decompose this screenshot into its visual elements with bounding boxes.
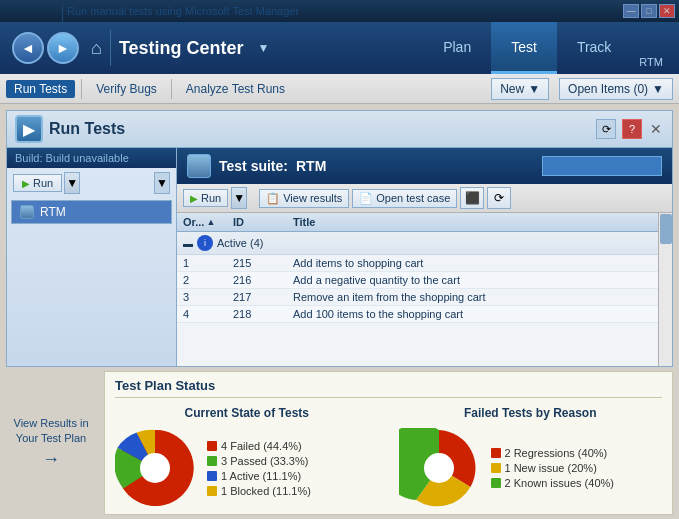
build-label: Build: Build unavailable — [7, 148, 176, 168]
toolbar-sep-1 — [81, 79, 82, 99]
group-collapse-icon[interactable]: ▬ — [183, 238, 193, 249]
open-test-case-button[interactable]: 📄 Open test case — [352, 189, 457, 208]
panel-header: ▶ Run Tests ⟳ ? ✕ — [7, 111, 672, 148]
minimize-button[interactable]: — — [623, 4, 639, 18]
home-button[interactable]: ⌂ — [83, 22, 110, 74]
failed-reasons-pie — [399, 428, 479, 508]
blocked-dot — [207, 486, 217, 496]
new-button[interactable]: New ▼ — [491, 78, 549, 100]
svg-point-2 — [424, 453, 454, 483]
stop-button[interactable]: ⬛ — [460, 187, 484, 209]
panel-body: Build: Build unavailable ▶ Run ▼ ▼ RTM — [7, 148, 672, 366]
table-header: Or... ▲ ID Title — [177, 213, 658, 232]
new-issue-dot — [491, 463, 501, 473]
tab-test[interactable]: Test — [491, 22, 557, 74]
legend-item-active: 1 Active (11.1%) — [207, 470, 311, 482]
current-state-legend: 4 Failed (44.4%) 3 Passed (33.3%) 1 Acti… — [207, 440, 311, 497]
panel-refresh-icon[interactable]: ⟳ — [596, 119, 616, 139]
new-dropdown-arrow: ▼ — [528, 82, 540, 96]
nav-back-buttons: ◄ ► — [8, 22, 83, 74]
svg-point-1 — [140, 453, 170, 483]
test-table: Or... ▲ ID Title — [177, 213, 658, 366]
sort-asc-icon: ▲ — [206, 217, 215, 227]
failed-tests-chart: Failed Tests by Reason — [399, 406, 663, 508]
main-toolbar: Run Tests Verify Bugs Analyze Test Runs … — [0, 74, 679, 104]
nav-bar: ◄ ► ⌂ Testing Center ▼ Plan Test Track R… — [0, 22, 679, 74]
legend-item-passed: 3 Passed (33.3%) — [207, 455, 311, 467]
sidebar-item-rtm[interactable]: RTM — [11, 200, 172, 224]
legend-item-failed: 4 Failed (44.4%) — [207, 440, 311, 452]
table-row[interactable]: 3 217 Remove an item from the shopping c… — [177, 289, 658, 306]
toolbar-sep-2 — [171, 79, 172, 99]
arrow-icon: → — [42, 449, 60, 470]
active-icon: i — [197, 235, 213, 251]
run-dropdown-arrow[interactable]: ▼ — [231, 187, 247, 209]
failed-dot — [207, 441, 217, 451]
test-run-button[interactable]: ▶ Run — [183, 189, 228, 207]
bottom-annotation: View Results in Your Test Plan → — [6, 371, 96, 515]
view-results-button[interactable]: 📋 View results — [259, 189, 349, 208]
annotation-line — [62, 17, 63, 29]
legend-item-blocked: 1 Blocked (11.1%) — [207, 485, 311, 497]
rtm-icon — [20, 205, 34, 219]
legend-item-new-issue: 1 New issue (20%) — [491, 462, 614, 474]
close-button[interactable]: ✕ — [659, 4, 675, 18]
legend-item-regressions: 2 Regressions (40%) — [491, 447, 614, 459]
view-results-icon: 📋 — [266, 192, 280, 205]
scrollbar-thumb[interactable] — [660, 214, 672, 244]
title-bar-buttons: — □ ✕ — [623, 4, 675, 18]
open-items-dropdown-arrow: ▼ — [652, 82, 664, 96]
run-toolbar: ▶ Run ▼ ▼ — [7, 168, 176, 198]
table-row[interactable]: 1 215 Add items to shopping cart — [177, 255, 658, 272]
forward-button[interactable]: ► — [47, 32, 79, 64]
regressions-dot — [491, 448, 501, 458]
left-sidebar: Build: Build unavailable ▶ Run ▼ ▼ RTM — [7, 148, 177, 366]
right-content: Test suite: RTM ▶ Run ▼ 📋 — [177, 148, 672, 366]
current-state-content: 4 Failed (44.4%) 3 Passed (33.3%) 1 Acti… — [115, 428, 379, 508]
run-dropdown-button[interactable]: ▼ — [64, 172, 80, 194]
run-tests-tab[interactable]: Run Tests — [6, 80, 75, 98]
panel-icon: ▶ — [15, 115, 43, 143]
run-tests-panel: ▶ Run Tests ⟳ ? ✕ Build: Build unavailab… — [6, 110, 673, 367]
failed-tests-content: 2 Regressions (40%) 1 New issue (20%) 2 … — [399, 428, 663, 508]
tab-track[interactable]: Track — [557, 22, 631, 74]
verify-bugs-tab[interactable]: Verify Bugs — [88, 80, 165, 98]
suite-icon — [187, 154, 211, 178]
sidebar-dropdown-button[interactable]: ▼ — [154, 172, 170, 194]
current-state-pie — [115, 428, 195, 508]
analyze-test-runs-tab[interactable]: Analyze Test Runs — [178, 80, 293, 98]
panel-x-button[interactable]: ✕ — [648, 121, 664, 137]
panel-close-icon[interactable]: ? — [622, 119, 642, 139]
back-button[interactable]: ◄ — [12, 32, 44, 64]
run-button[interactable]: ▶ Run — [13, 174, 62, 192]
test-plan-status-title: Test Plan Status — [115, 378, 662, 398]
suite-search-box[interactable] — [542, 156, 662, 176]
app-title: Testing Center — [111, 22, 252, 74]
order-column-header: Or... ▲ — [183, 216, 233, 228]
failed-tests-title: Failed Tests by Reason — [399, 406, 663, 420]
table-row[interactable]: 4 218 Add 100 items to the shopping cart — [177, 306, 658, 323]
group-row-active: ▬ i Active (4) — [177, 232, 658, 255]
open-items-button[interactable]: Open Items (0) ▼ — [559, 78, 673, 100]
known-issues-dot — [491, 478, 501, 488]
failed-tests-legend: 2 Regressions (40%) 1 New issue (20%) 2 … — [491, 447, 614, 489]
nav-rtm-label: RTM — [631, 22, 671, 74]
active-dot — [207, 471, 217, 481]
id-column-header: ID — [233, 216, 293, 228]
scrollbar[interactable] — [658, 213, 672, 366]
title-dropdown-button[interactable]: ▼ — [252, 22, 276, 74]
tab-plan[interactable]: Plan — [423, 22, 491, 74]
maximize-button[interactable]: □ — [641, 4, 657, 18]
test-plan-status-panel: Test Plan Status Current State of Tests — [104, 371, 673, 515]
refresh-button[interactable]: ⟳ — [487, 187, 511, 209]
open-test-icon: 📄 — [359, 192, 373, 205]
table-row[interactable]: 2 216 Add a negative quantity to the car… — [177, 272, 658, 289]
test-toolbar: ▶ Run ▼ 📋 View results 📄 Open test case — [177, 184, 672, 213]
suite-header: Test suite: RTM — [177, 148, 672, 184]
panel-title: Run Tests — [49, 120, 590, 138]
current-state-chart: Current State of Tests — [115, 406, 379, 508]
current-state-title: Current State of Tests — [115, 406, 379, 420]
title-column-header: Title — [293, 216, 652, 228]
charts-row: Current State of Tests — [115, 406, 662, 508]
table-area: Or... ▲ ID Title — [177, 213, 672, 366]
